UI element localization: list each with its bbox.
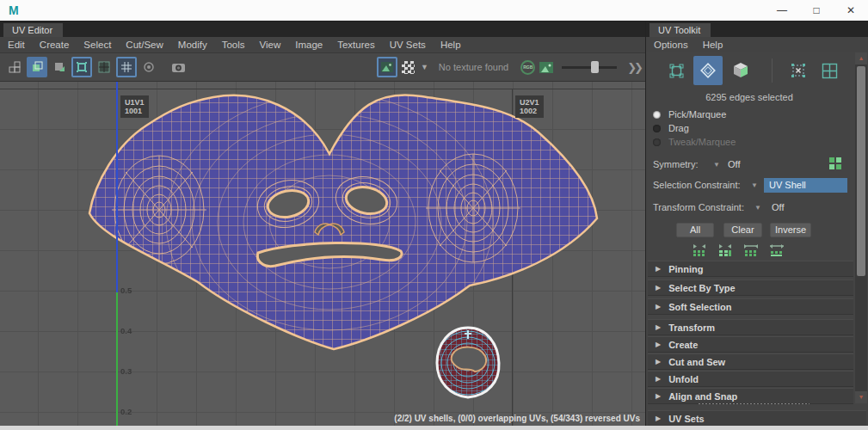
symmetry-label: Symmetry: (653, 159, 699, 169)
section-select-by-type[interactable]: Select By Type (648, 280, 853, 296)
uv-snapshot-icon[interactable] (168, 57, 188, 77)
exposure-image-icon[interactable] (539, 62, 553, 73)
scroll-down-icon[interactable] (855, 391, 867, 403)
section-uv-sets[interactable]: UV Sets (648, 410, 866, 427)
axis-tick-03: 0.3 (120, 366, 132, 376)
uv-statistics-status: (2/2) UV shells, (0/0) overlapping UVs, … (394, 414, 640, 423)
mode-tweak-marquee: Tweak/Marquee (653, 137, 736, 147)
axis-tick-05: 0.5 (120, 286, 132, 295)
slider-handle[interactable] (591, 61, 599, 73)
maximize-button[interactable]: □ (799, 0, 834, 21)
edge-selection-icon[interactable] (693, 56, 723, 85)
select-edge-loop-icon[interactable] (742, 243, 761, 256)
shrink-selection-icon[interactable] (691, 243, 710, 256)
uv-editor-panel: UV Editor Edit Create Select Cut/Sew Mod… (0, 22, 645, 430)
menu-select[interactable]: Select (83, 40, 111, 50)
menu-modify[interactable]: Modify (178, 40, 207, 50)
tab-uv-editor[interactable]: UV Editor (3, 23, 63, 37)
texture-image-icon[interactable] (377, 57, 397, 77)
uv-shell-selection-icon[interactable] (816, 58, 842, 83)
minimize-button[interactable]: — (765, 0, 799, 21)
section-label: Pinning (668, 264, 703, 274)
menu-tools[interactable]: Tools (222, 40, 245, 50)
expand-arrow-icon (656, 341, 661, 348)
menu-uv-sets[interactable]: UV Sets (390, 40, 426, 50)
transform-constraint-dropdown-icon[interactable] (754, 204, 761, 212)
select-edge-ring-icon[interactable] (768, 243, 787, 256)
select-all-button[interactable]: All (676, 223, 714, 237)
mode-drag[interactable]: Drag (653, 123, 689, 133)
section-unfold[interactable]: Unfold (648, 371, 853, 387)
vertex-selection-icon[interactable] (663, 58, 689, 83)
section-cut-and-sew[interactable]: Cut and Sew (648, 353, 853, 370)
tab-uv-toolkit[interactable]: UV Toolkit (649, 23, 711, 37)
expand-arrow-icon (656, 303, 661, 310)
selection-constraint-value[interactable]: UV Shell (764, 178, 847, 193)
grid-display-icon[interactable] (116, 57, 137, 77)
menu-view[interactable]: View (260, 40, 281, 50)
udim-uv-label: U1V1 (125, 98, 145, 107)
selection-constraint-dropdown-icon[interactable] (751, 181, 758, 189)
menu-toolkit-help[interactable]: Help (703, 40, 723, 50)
menu-edit[interactable]: Edit (8, 40, 25, 50)
mode-label: Tweak/Marquee (668, 137, 736, 147)
section-transform[interactable]: Transform (648, 319, 853, 335)
checker-map-icon[interactable] (402, 61, 415, 74)
scroll-up-icon[interactable] (855, 52, 867, 64)
window-bottom-edge (0, 426, 868, 430)
menu-image[interactable]: Image (295, 40, 323, 50)
image-dim-slider[interactable] (562, 61, 617, 73)
transform-constraint-label: Transform Constraint: (653, 202, 744, 212)
toolkit-tab-bar: UV Toolkit (646, 22, 868, 37)
menu-create[interactable]: Create (40, 40, 70, 50)
shell-border-icon[interactable] (71, 57, 92, 77)
shell-layout-icon[interactable] (27, 57, 47, 77)
expand-arrow-icon (656, 358, 661, 366)
select-inverse-button[interactable]: Inverse (770, 223, 811, 237)
menu-options[interactable]: Options (654, 40, 688, 50)
mode-pick-marquee[interactable]: Pick/Marquee (653, 109, 726, 120)
toolkit-scrollbar[interactable] (855, 52, 867, 403)
menu-cut-sew[interactable]: Cut/Sew (126, 40, 163, 50)
uv-tiles-icon[interactable] (4, 57, 25, 77)
grow-selection-icon[interactable] (717, 243, 736, 256)
menu-help[interactable]: Help (440, 40, 461, 50)
expand-arrow-icon (656, 265, 661, 273)
radio-dot-icon (653, 125, 661, 132)
uv-toolkit-panel: UV Toolkit Options Help 6295 ed (645, 22, 868, 430)
face-selection-icon[interactable] (728, 58, 754, 83)
section-label: Select By Type (668, 283, 735, 293)
selection-status-label: 6295 edges selected (646, 92, 853, 102)
udim-label-1001: U1V1 1001 (120, 95, 149, 118)
expand-toolbar-icon[interactable] (627, 61, 641, 74)
transform-constraint-value[interactable]: Off (772, 202, 784, 212)
maya-logo-icon: M (9, 3, 19, 17)
section-pinning[interactable]: Pinning (648, 261, 853, 277)
symmetry-grid-icon[interactable] (828, 157, 842, 170)
panel-resize-grip[interactable] (698, 402, 810, 405)
menu-textures[interactable]: Textures (337, 40, 374, 50)
symmetry-value[interactable]: Off (728, 159, 740, 169)
cut-shell-icon[interactable] (49, 57, 70, 77)
icon-separator (772, 58, 773, 83)
slider-track (562, 66, 617, 69)
uv-canvas[interactable]: U1V1 1001 U2V1 1002 0.5 0.4 0.3 0.2 (0, 82, 645, 426)
select-clear-button[interactable]: Clear (723, 223, 762, 237)
selection-constraint-label: Selection Constraint: (653, 180, 741, 190)
section-soft-selection[interactable]: Soft Selection (648, 298, 853, 315)
section-label: Align and Snap (668, 391, 737, 402)
grid-snap-icon[interactable] (94, 57, 114, 77)
dim-image-icon[interactable] (139, 57, 159, 77)
texture-status-label: No texture found (439, 62, 508, 72)
uv-selection-icon[interactable] (785, 58, 811, 83)
uv-shell-secondary[interactable] (430, 323, 506, 402)
scrollbar-handle[interactable] (857, 66, 865, 276)
symmetry-dropdown-icon[interactable] (713, 161, 720, 169)
texture-dropdown-icon[interactable] (421, 63, 428, 71)
rgb-channels-icon[interactable]: RGB (520, 60, 535, 75)
editor-menubar: Edit Create Select Cut/Sew Modify Tools … (0, 37, 645, 52)
editor-toolbar: No texture found RGB (0, 52, 645, 82)
uv-mesh-face-shell[interactable] (86, 93, 599, 353)
section-create[interactable]: Create (648, 336, 853, 353)
close-button[interactable]: ✕ (834, 0, 868, 21)
